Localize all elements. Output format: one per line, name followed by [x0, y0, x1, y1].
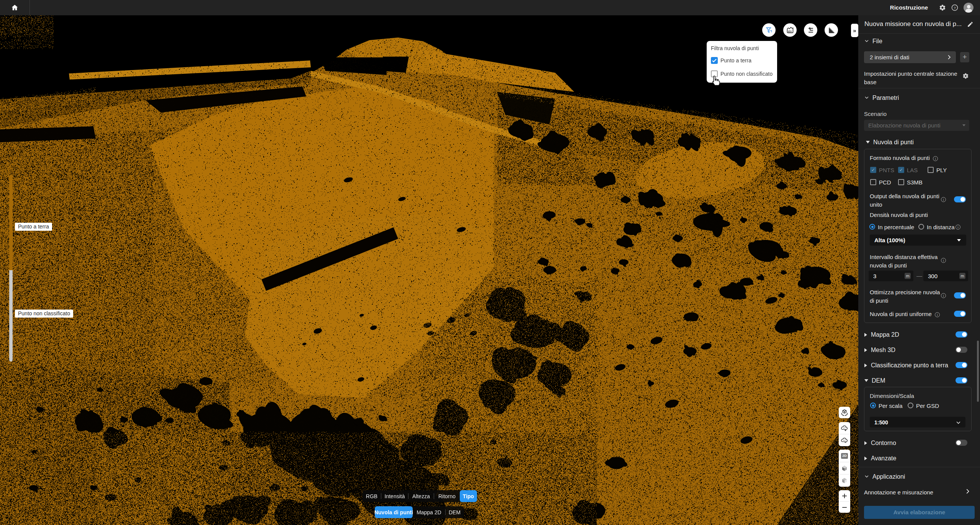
svg-text:?: ?	[954, 6, 956, 10]
